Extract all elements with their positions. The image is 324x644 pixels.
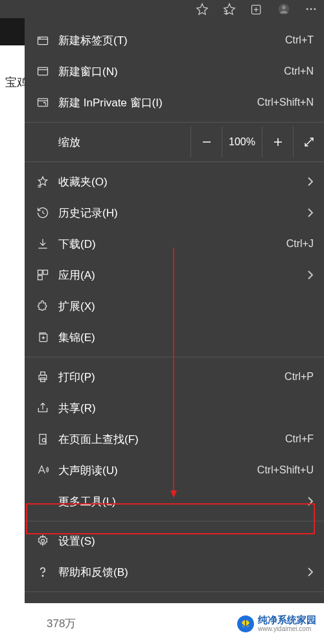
menu-label: 更多工具(L) (58, 494, 302, 509)
browser-top-bar (0, 0, 324, 18)
add-tab-icon[interactable] (250, 3, 263, 16)
menu-label: 新建标签页(T) (58, 33, 285, 48)
svg-rect-27 (41, 372, 45, 376)
menu-help[interactable]: 帮助和反馈(B) (25, 556, 324, 588)
chevron-right-icon (307, 208, 314, 217)
menu-label: 打印(P) (58, 370, 284, 385)
menu-label: 新建 InPrivate 窗口(I) (58, 95, 257, 110)
menu-label: 扩展(X) (58, 299, 314, 314)
svg-rect-24 (38, 276, 43, 280)
menu-extensions[interactable]: 扩展(X) (25, 291, 324, 322)
menu-label: 设置(S) (58, 534, 314, 549)
menu-shortcut: Ctrl+P (284, 371, 314, 383)
menu-zoom: 缩放 100% (25, 126, 324, 158)
chevron-right-icon (307, 567, 314, 577)
new-tab-icon (36, 34, 58, 47)
menu-read-aloud[interactable]: 大声朗读(U) Ctrl+Shift+U (25, 455, 324, 486)
menu-label: 共享(R) (58, 401, 314, 416)
menu-divider (25, 161, 324, 162)
menu-print[interactable]: 打印(P) Ctrl+P (25, 361, 324, 392)
svg-rect-13 (38, 67, 48, 75)
download-icon (36, 237, 58, 250)
menu-shortcut: Ctrl+Shift+N (257, 97, 314, 108)
menu-divider (25, 122, 324, 123)
menu-divider (25, 521, 324, 521)
zoom-value: 100% (222, 126, 262, 158)
svg-rect-22 (38, 270, 43, 275)
menu-label: 下载(D) (58, 237, 286, 252)
fullscreen-button[interactable] (293, 126, 324, 158)
menu-label: 收藏夹(O) (58, 174, 302, 189)
menu-settings[interactable]: 设置(S) (25, 525, 324, 556)
menu-divider (25, 591, 324, 592)
svg-point-30 (41, 540, 45, 543)
menu-find[interactable]: 在页面上查找(F) Ctrl+F (25, 423, 324, 455)
menu-new-window[interactable]: 新建窗口(N) Ctrl+N (25, 56, 324, 87)
extensions-icon (36, 300, 58, 313)
browser-menu: 新建标签页(T) Ctrl+T 新建窗口(N) Ctrl+N 新建 InPriv… (25, 18, 324, 634)
zoom-label: 缩放 (58, 135, 191, 150)
history-icon (36, 206, 58, 219)
help-icon (36, 566, 58, 578)
menu-new-tab[interactable]: 新建标签页(T) Ctrl+T (25, 25, 324, 56)
watermark-url: www.yidaimei.com (258, 625, 316, 632)
svg-point-31 (42, 575, 43, 577)
favorites-list-icon[interactable] (223, 3, 236, 16)
svg-rect-12 (39, 38, 41, 38)
svg-rect-26 (39, 376, 47, 380)
more-icon[interactable] (305, 3, 318, 16)
menu-shortcut: Ctrl+J (286, 238, 314, 250)
page-bottom: 378万 纯净系统家园 www.yidaimei.com (0, 603, 324, 644)
menu-label: 新建窗口(N) (58, 64, 284, 79)
svg-point-6 (282, 6, 286, 10)
apps-icon (36, 268, 58, 281)
menu-shortcut: Ctrl+N (284, 66, 314, 77)
menu-more-tools[interactable]: 更多工具(L) (25, 486, 324, 517)
menu-label: 应用(A) (58, 268, 302, 283)
svg-point-8 (310, 8, 312, 10)
menu-history[interactable]: 历史记录(H) (25, 197, 324, 228)
menu-label: 帮助和反馈(B) (58, 565, 302, 580)
menu-shortcut: Ctrl+T (285, 34, 314, 46)
menu-label: 集锦(E) (58, 330, 314, 345)
menu-downloads[interactable]: 下载(D) Ctrl+J (25, 228, 324, 259)
share-icon (36, 401, 58, 414)
menu-label: 大声朗读(U) (58, 463, 257, 478)
menu-label: 历史记录(H) (58, 206, 302, 221)
collections-icon (36, 331, 58, 344)
zoom-out-button[interactable] (191, 126, 222, 158)
menu-divider (25, 357, 324, 357)
menu-label: 在页面上查找(F) (58, 432, 285, 447)
favorites-icon (36, 175, 58, 188)
menu-shortcut: Ctrl+F (285, 433, 314, 445)
settings-icon (36, 534, 58, 547)
chevron-right-icon (307, 177, 314, 186)
zoom-in-button[interactable] (262, 126, 293, 158)
menu-share[interactable]: 共享(R) (25, 392, 324, 423)
read-aloud-icon (36, 464, 58, 477)
menu-apps[interactable]: 应用(A) (25, 259, 324, 291)
chevron-right-icon (307, 497, 314, 506)
watermark: 纯净系统家园 www.yidaimei.com (237, 615, 316, 633)
star-outline-icon[interactable] (196, 3, 209, 16)
svg-rect-23 (43, 270, 48, 275)
find-icon (36, 433, 58, 446)
page-count-text: 378万 (47, 616, 76, 631)
menu-new-inprivate[interactable]: 新建 InPrivate 窗口(I) Ctrl+Shift+N (25, 87, 324, 118)
menu-collections[interactable]: 集锦(E) (25, 322, 324, 353)
watermark-title: 纯净系统家园 (258, 615, 316, 626)
profile-icon[interactable] (277, 3, 290, 16)
page-background (0, 45, 26, 603)
chevron-right-icon (307, 270, 314, 280)
watermark-logo-icon (237, 615, 254, 632)
svg-rect-15 (38, 99, 48, 106)
new-window-icon (36, 65, 58, 78)
inprivate-icon (36, 96, 58, 109)
menu-shortcut: Ctrl+Shift+U (257, 464, 314, 476)
svg-point-9 (314, 8, 316, 10)
svg-point-7 (307, 8, 308, 10)
menu-favorites[interactable]: 收藏夹(O) (25, 166, 324, 197)
print-icon (36, 370, 58, 383)
